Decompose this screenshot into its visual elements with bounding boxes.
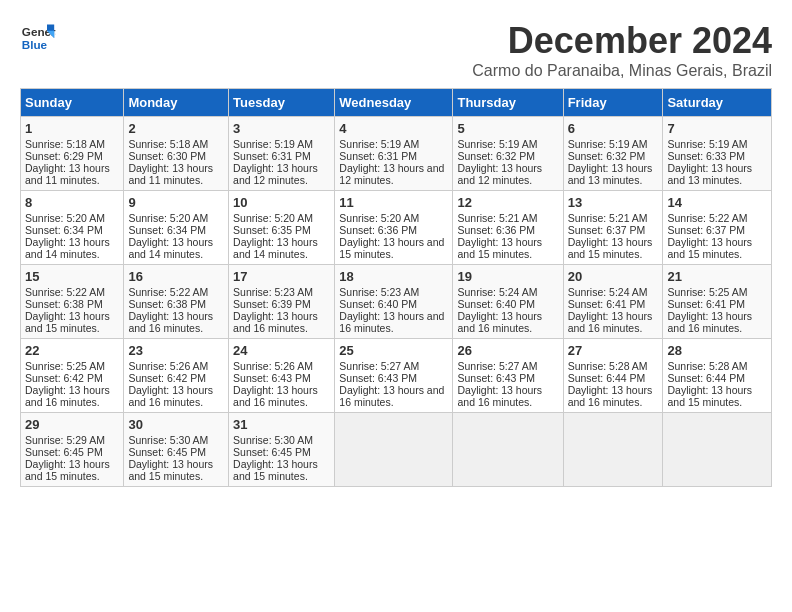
- day-number: 16: [128, 269, 224, 284]
- day-info: Daylight: 13 hours and 15 minutes.: [25, 458, 119, 482]
- calendar-cell: 12Sunrise: 5:21 AMSunset: 6:36 PMDayligh…: [453, 191, 563, 265]
- day-info: Daylight: 13 hours and 13 minutes.: [568, 162, 659, 186]
- day-info: Sunrise: 5:24 AM: [568, 286, 659, 298]
- day-info: Sunset: 6:38 PM: [128, 298, 224, 310]
- day-number: 23: [128, 343, 224, 358]
- day-info: Sunrise: 5:21 AM: [568, 212, 659, 224]
- day-info: Daylight: 13 hours and 14 minutes.: [128, 236, 224, 260]
- day-info: Daylight: 13 hours and 16 minutes.: [568, 310, 659, 334]
- week-row-4: 22Sunrise: 5:25 AMSunset: 6:42 PMDayligh…: [21, 339, 772, 413]
- day-info: Daylight: 13 hours and 12 minutes.: [233, 162, 330, 186]
- day-info: Sunrise: 5:24 AM: [457, 286, 558, 298]
- day-info: Daylight: 13 hours and 16 minutes.: [128, 384, 224, 408]
- day-info: Sunset: 6:37 PM: [667, 224, 767, 236]
- day-info: Daylight: 13 hours and 12 minutes.: [339, 162, 448, 186]
- day-number: 12: [457, 195, 558, 210]
- calendar-cell: 28Sunrise: 5:28 AMSunset: 6:44 PMDayligh…: [663, 339, 772, 413]
- calendar-cell: 3Sunrise: 5:19 AMSunset: 6:31 PMDaylight…: [229, 117, 335, 191]
- day-info: Sunset: 6:45 PM: [128, 446, 224, 458]
- day-info: Sunset: 6:41 PM: [568, 298, 659, 310]
- day-info: Sunrise: 5:20 AM: [128, 212, 224, 224]
- day-number: 19: [457, 269, 558, 284]
- day-info: Sunrise: 5:21 AM: [457, 212, 558, 224]
- day-info: Sunset: 6:40 PM: [457, 298, 558, 310]
- calendar-cell: 6Sunrise: 5:19 AMSunset: 6:32 PMDaylight…: [563, 117, 663, 191]
- day-info: Sunrise: 5:28 AM: [667, 360, 767, 372]
- day-info: Sunrise: 5:19 AM: [339, 138, 448, 150]
- day-info: Daylight: 13 hours and 15 minutes.: [339, 236, 448, 260]
- day-info: Sunrise: 5:29 AM: [25, 434, 119, 446]
- day-number: 9: [128, 195, 224, 210]
- calendar-cell: 23Sunrise: 5:26 AMSunset: 6:42 PMDayligh…: [124, 339, 229, 413]
- day-info: Sunset: 6:30 PM: [128, 150, 224, 162]
- day-number: 29: [25, 417, 119, 432]
- day-number: 7: [667, 121, 767, 136]
- day-number: 21: [667, 269, 767, 284]
- day-info: Sunrise: 5:22 AM: [128, 286, 224, 298]
- calendar-cell: [453, 413, 563, 487]
- day-number: 22: [25, 343, 119, 358]
- svg-text:Blue: Blue: [22, 38, 48, 51]
- day-header-sunday: Sunday: [21, 89, 124, 117]
- day-info: Sunset: 6:44 PM: [667, 372, 767, 384]
- day-number: 24: [233, 343, 330, 358]
- day-info: Sunrise: 5:25 AM: [25, 360, 119, 372]
- day-info: Sunset: 6:29 PM: [25, 150, 119, 162]
- calendar-cell: 13Sunrise: 5:21 AMSunset: 6:37 PMDayligh…: [563, 191, 663, 265]
- calendar-cell: 7Sunrise: 5:19 AMSunset: 6:33 PMDaylight…: [663, 117, 772, 191]
- calendar-cell: 5Sunrise: 5:19 AMSunset: 6:32 PMDaylight…: [453, 117, 563, 191]
- day-info: Daylight: 13 hours and 16 minutes.: [233, 310, 330, 334]
- day-info: Sunset: 6:37 PM: [568, 224, 659, 236]
- day-info: Sunset: 6:31 PM: [233, 150, 330, 162]
- day-info: Sunrise: 5:26 AM: [128, 360, 224, 372]
- day-info: Daylight: 13 hours and 16 minutes.: [339, 310, 448, 334]
- day-info: Daylight: 13 hours and 16 minutes.: [233, 384, 330, 408]
- calendar-cell: 8Sunrise: 5:20 AMSunset: 6:34 PMDaylight…: [21, 191, 124, 265]
- day-info: Daylight: 13 hours and 11 minutes.: [25, 162, 119, 186]
- day-info: Sunset: 6:45 PM: [25, 446, 119, 458]
- day-info: Daylight: 13 hours and 14 minutes.: [25, 236, 119, 260]
- day-info: Sunset: 6:35 PM: [233, 224, 330, 236]
- day-info: Daylight: 13 hours and 11 minutes.: [128, 162, 224, 186]
- day-info: Sunrise: 5:19 AM: [667, 138, 767, 150]
- day-info: Sunrise: 5:30 AM: [128, 434, 224, 446]
- day-number: 27: [568, 343, 659, 358]
- day-info: Daylight: 13 hours and 15 minutes.: [667, 384, 767, 408]
- day-info: Sunrise: 5:25 AM: [667, 286, 767, 298]
- day-header-monday: Monday: [124, 89, 229, 117]
- logo: General Blue: [20, 20, 56, 56]
- day-header-wednesday: Wednesday: [335, 89, 453, 117]
- day-number: 31: [233, 417, 330, 432]
- day-info: Daylight: 13 hours and 16 minutes.: [568, 384, 659, 408]
- day-info: Sunrise: 5:20 AM: [233, 212, 330, 224]
- calendar-cell: 16Sunrise: 5:22 AMSunset: 6:38 PMDayligh…: [124, 265, 229, 339]
- calendar-cell: 4Sunrise: 5:19 AMSunset: 6:31 PMDaylight…: [335, 117, 453, 191]
- day-info: Daylight: 13 hours and 16 minutes.: [128, 310, 224, 334]
- day-number: 4: [339, 121, 448, 136]
- day-info: Daylight: 13 hours and 16 minutes.: [25, 384, 119, 408]
- day-info: Sunrise: 5:26 AM: [233, 360, 330, 372]
- day-info: Sunset: 6:41 PM: [667, 298, 767, 310]
- day-info: Sunset: 6:43 PM: [233, 372, 330, 384]
- day-info: Sunset: 6:38 PM: [25, 298, 119, 310]
- day-info: Sunset: 6:32 PM: [457, 150, 558, 162]
- day-info: Sunrise: 5:22 AM: [25, 286, 119, 298]
- day-info: Sunset: 6:34 PM: [25, 224, 119, 236]
- day-number: 2: [128, 121, 224, 136]
- day-info: Sunrise: 5:19 AM: [233, 138, 330, 150]
- calendar-cell: 24Sunrise: 5:26 AMSunset: 6:43 PMDayligh…: [229, 339, 335, 413]
- calendar-cell: [563, 413, 663, 487]
- calendar-cell: [335, 413, 453, 487]
- day-info: Sunrise: 5:28 AM: [568, 360, 659, 372]
- title-area: December 2024 Carmo do Paranaiba, Minas …: [472, 20, 772, 80]
- day-number: 8: [25, 195, 119, 210]
- calendar-cell: 2Sunrise: 5:18 AMSunset: 6:30 PMDaylight…: [124, 117, 229, 191]
- day-info: Daylight: 13 hours and 16 minutes.: [457, 310, 558, 334]
- calendar-cell: 27Sunrise: 5:28 AMSunset: 6:44 PMDayligh…: [563, 339, 663, 413]
- calendar-cell: 30Sunrise: 5:30 AMSunset: 6:45 PMDayligh…: [124, 413, 229, 487]
- day-info: Sunset: 6:33 PM: [667, 150, 767, 162]
- day-info: Sunset: 6:43 PM: [339, 372, 448, 384]
- day-number: 14: [667, 195, 767, 210]
- day-info: Daylight: 13 hours and 15 minutes.: [568, 236, 659, 260]
- day-info: Sunset: 6:32 PM: [568, 150, 659, 162]
